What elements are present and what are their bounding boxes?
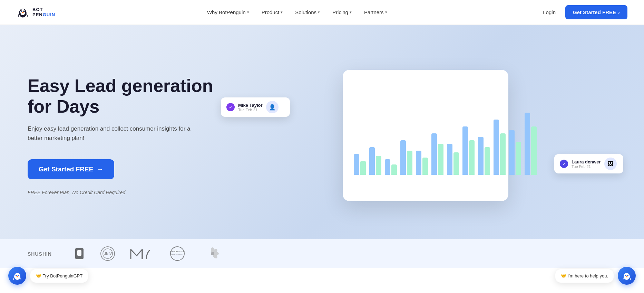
bar-group	[416, 151, 428, 175]
arrow-icon: ›	[618, 9, 620, 15]
svg-text:UNIV: UNIV	[104, 252, 112, 256]
bar-teal	[438, 144, 443, 175]
chevron-down-icon: ▾	[385, 10, 387, 15]
bar-teal	[376, 156, 381, 175]
bar-group	[462, 126, 475, 175]
bar-group	[354, 154, 366, 175]
brand-logo-manchester: MANCHESTER UNIVERSITY	[164, 246, 191, 261]
svg-text:UNIVERSITY: UNIVERSITY	[171, 254, 184, 256]
logo-icon	[17, 6, 29, 19]
hero-note: FREE Forever Plan, No Credit Card Requir…	[28, 190, 235, 195]
svg-point-20	[211, 252, 214, 255]
bar-blue	[400, 140, 406, 175]
bar-blue	[525, 113, 530, 175]
nav-pricing[interactable]: Pricing ▾	[328, 7, 357, 18]
bar-teal	[485, 147, 490, 175]
bar-blue	[494, 120, 499, 175]
hero-subtitle: Enjoy easy lead generation and collect c…	[28, 124, 200, 143]
chatbot-widget-left: 🤝 Try BotPenguinGPT	[8, 267, 88, 268]
hero-content: Easy Lead generation for Days Enjoy easy…	[28, 76, 235, 195]
chevron-down-icon: ▾	[318, 10, 320, 15]
chatbot-avatar-right[interactable]	[618, 267, 636, 268]
hero-visual: ✓ Mike Taylor Tue Feb 21 👤 ✓ Laura denwe…	[235, 70, 616, 201]
bar-blue	[462, 126, 468, 175]
bar-group	[525, 113, 537, 175]
check-icon: ✓	[560, 160, 568, 168]
chart-card	[343, 70, 508, 201]
manchester-logo-icon: MANCHESTER UNIVERSITY	[164, 246, 191, 261]
bar-teal	[516, 142, 521, 175]
avatar-mike: 👤	[266, 101, 279, 113]
chevron-down-icon: ▾	[281, 10, 283, 15]
bar-group	[509, 130, 521, 175]
brand-logo-m	[129, 246, 150, 261]
nav-solutions[interactable]: Solutions ▾	[290, 7, 325, 18]
nav-product[interactable]: Product ▾	[257, 7, 288, 18]
hero-cta-button[interactable]: Get Started FREE →	[28, 159, 114, 179]
bar-group	[385, 159, 397, 175]
logo-bot: BOT	[32, 7, 55, 12]
contact-date: Tue Feb 21	[238, 108, 263, 112]
bar-group	[431, 133, 443, 175]
university-logo-icon: UNIV	[100, 246, 115, 261]
svg-rect-9	[77, 250, 81, 256]
bar-teal	[391, 164, 397, 175]
bar-blue	[385, 159, 390, 175]
hero-title: Easy Lead generation for Days	[28, 76, 235, 117]
bar-teal	[360, 161, 366, 175]
shushin-logo-icon: SHUSHIN	[28, 247, 59, 260]
bar-teal	[407, 151, 412, 175]
svg-text:MANCHESTER: MANCHESTER	[170, 251, 185, 253]
brand-logo-2	[72, 247, 86, 261]
svg-text:SHUSHIN: SHUSHIN	[28, 251, 52, 257]
bar-blue	[509, 130, 515, 175]
brand-logo-university: UNIV	[100, 246, 115, 261]
nav-links: Why BotPenguin ▾ Product ▾ Solutions ▾ P…	[202, 7, 392, 18]
contact-card-laura: ✓ Laura denwer Tue Feb 21 🖼	[554, 154, 623, 173]
bar-blue	[431, 133, 437, 175]
nav-partners[interactable]: Partners ▾	[359, 7, 392, 18]
bar-teal	[500, 133, 506, 175]
svg-point-4	[22, 12, 23, 13]
contact-name: Laura denwer	[572, 159, 601, 164]
logo-penguin: PENGUIN	[32, 12, 55, 17]
bar-blue	[447, 144, 452, 175]
bar-group	[478, 137, 490, 175]
bar-blue	[369, 147, 375, 175]
contact-name: Mike Taylor	[238, 103, 263, 108]
login-button[interactable]: Login	[539, 7, 560, 18]
bar-group	[447, 144, 459, 175]
bar-blue	[478, 137, 484, 175]
brand-logo-shushin: SHUSHIN	[28, 247, 59, 260]
nav-why-botpenguin[interactable]: Why BotPenguin ▾	[202, 7, 254, 18]
flower-logo-icon	[205, 246, 220, 261]
chatbot-avatar-left[interactable]	[8, 267, 26, 268]
bar-group	[400, 140, 412, 175]
avatar-laura: 🖼	[604, 158, 617, 170]
logo[interactable]: BOT PENGUIN	[17, 6, 55, 19]
hero-section: Easy Lead generation for Days Enjoy easy…	[0, 25, 644, 239]
svg-point-6	[24, 11, 25, 11]
chevron-down-icon: ▾	[247, 10, 249, 15]
contact-card-mike: ✓ Mike Taylor Tue Feb 21 👤	[221, 97, 290, 117]
nav-cta-button[interactable]: Get Started FREE ›	[565, 5, 627, 19]
bar-teal	[469, 140, 475, 175]
chatbot-widget-right: 🤝 I'm here to help you.	[555, 267, 636, 268]
bar-group	[494, 120, 506, 175]
check-icon: ✓	[226, 103, 235, 111]
bar-group	[369, 147, 381, 175]
arrow-icon: →	[97, 166, 103, 173]
bar-teal	[453, 152, 459, 175]
contact-info-laura: Laura denwer Tue Feb 21	[572, 159, 601, 169]
bar-teal	[422, 158, 428, 175]
contact-info-mike: Mike Taylor Tue Feb 21	[238, 103, 263, 112]
brand-logo-flower	[205, 246, 220, 261]
contact-date: Tue Feb 21	[572, 164, 601, 169]
brand-logos-section: SHUSHIN UNIV MANCHESTER UNIVERSITY	[0, 239, 644, 268]
chevron-down-icon: ▾	[350, 10, 352, 15]
brand2-logo-icon	[72, 247, 86, 261]
svg-point-5	[21, 11, 22, 11]
nav-right: Login Get Started FREE ›	[539, 5, 627, 19]
bar-teal	[531, 126, 537, 175]
bar-blue	[416, 151, 421, 175]
